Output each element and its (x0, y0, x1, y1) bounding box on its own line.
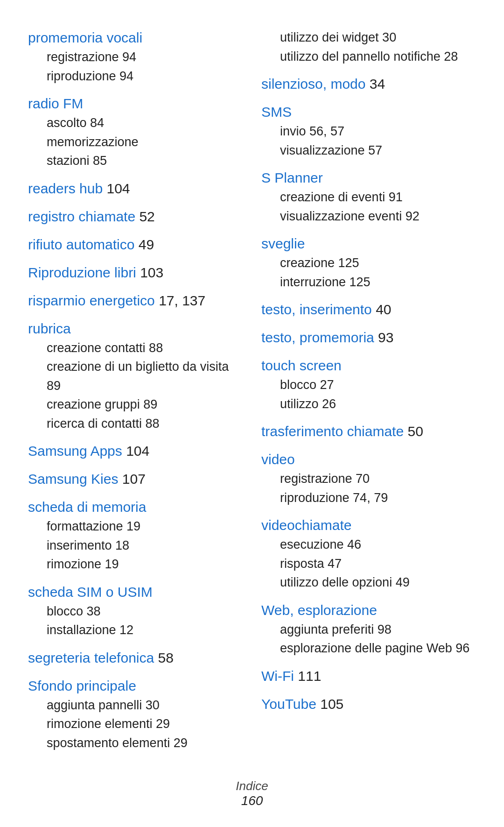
index-heading-page: 50 (407, 424, 423, 439)
index-sub-item: visualizzazione eventi 92 (261, 207, 476, 226)
index-sub-item: utilizzo del pannello notifiche 28 (261, 47, 476, 66)
index-entry: radio FMascolto 84memorizzazionestazioni… (28, 94, 243, 170)
index-sub-item: creazione contatti 88 (28, 339, 243, 358)
index-entry: SMSinvio 56, 57visualizzazione 57 (261, 102, 476, 160)
index-entry: svegliecreazione 125interruzione 125 (261, 234, 476, 291)
index-sub-item: blocco 38 (28, 602, 243, 621)
index-sub-item: riproduzione 74, 79 (261, 488, 476, 508)
index-heading: touch screen (261, 356, 476, 375)
index-heading-text: testo, inserimento (261, 302, 376, 317)
index-heading-with-num: testo, promemoria 93 (261, 328, 476, 347)
index-heading-with-num: segreteria telefonica 58 (28, 648, 243, 668)
index-heading-text: YouTube (261, 696, 320, 712)
index-heading-page: 40 (376, 302, 391, 317)
index-heading-page: 58 (158, 650, 174, 665)
index-sub-item: esplorazione delle pagine Web 96 (261, 639, 476, 658)
index-entry: trasferimento chiamate 50 (261, 422, 476, 441)
index-heading-text: risparmio energetico (28, 293, 159, 308)
index-heading-page: 49 (139, 237, 154, 252)
page-content: promemoria vocaliregistrazione 94riprodu… (0, 0, 504, 807)
index-heading-with-num: Samsung Kies 107 (28, 469, 243, 489)
index-heading-page: 34 (370, 76, 385, 92)
index-heading: radio FM (28, 94, 243, 113)
index-entry: scheda di memoriaformattazione 19inserim… (28, 497, 243, 574)
index-heading: Web, esplorazione (261, 601, 476, 620)
index-entry: scheda SIM o USIMblocco 38installazione … (28, 582, 243, 640)
index-entry: testo, promemoria 93 (261, 328, 476, 347)
index-heading: videochiamate (261, 516, 476, 535)
index-sub-item: rimozione elementi 29 (28, 714, 243, 734)
footer-page: 160 (241, 793, 263, 808)
index-heading: scheda di memoria (28, 497, 243, 517)
index-heading-text: Samsung Apps (28, 443, 126, 459)
index-sub-item: registrazione 94 (28, 48, 243, 67)
index-entry: Wi-Fi 111 (261, 666, 476, 686)
index-sub-item: creazione 125 (261, 254, 476, 273)
index-heading-text: rifiuto automatico (28, 237, 139, 252)
index-entry: S Plannercreazione di eventi 91visualizz… (261, 168, 476, 226)
index-sub-item: risposta 47 (261, 554, 476, 573)
index-sub-item: memorizzazione (28, 133, 243, 152)
index-sub-item: ascolto 84 (28, 113, 243, 133)
index-sub-item: ricerca di contatti 88 (28, 414, 243, 433)
index-entry: Riproduzione libri 103 (28, 263, 243, 283)
index-entry: testo, inserimento 40 (261, 300, 476, 319)
index-sub-item: installazione 12 (28, 621, 243, 640)
index-heading: sveglie (261, 234, 476, 254)
index-heading-with-num: readers hub 104 (28, 179, 243, 198)
index-heading-with-num: risparmio energetico 17, 137 (28, 291, 243, 311)
page-footer: Indice 160 (0, 779, 504, 808)
index-heading-text: registro chiamate (28, 209, 139, 224)
index-sub-item: utilizzo dei widget 30 (261, 28, 476, 47)
index-sub-item: formattazione 19 (28, 517, 243, 536)
index-sub-item: interruzione 125 (261, 273, 476, 292)
index-heading-text: Riproduzione libri (28, 265, 140, 280)
index-heading-page: 93 (378, 330, 393, 345)
index-heading-page: 104 (106, 181, 130, 196)
index-heading: video (261, 450, 476, 469)
index-entry: YouTube 105 (261, 694, 476, 714)
index-entry: videochiamateesecuzione 46risposta 47uti… (261, 516, 476, 592)
index-entry: utilizzo dei widget 30utilizzo del panne… (261, 28, 476, 66)
index-sub-item: esecuzione 46 (261, 535, 476, 554)
index-entry: promemoria vocaliregistrazione 94riprodu… (28, 28, 243, 85)
index-entry: registro chiamate 52 (28, 207, 243, 226)
index-entry: rubricacreazione contatti 88creazione di… (28, 319, 243, 433)
index-heading-with-num: rifiuto automatico 49 (28, 235, 243, 254)
index-heading: rubrica (28, 319, 243, 339)
index-entry: Sfondo principaleaggiunta pannelli 30rim… (28, 676, 243, 753)
index-heading-text: segreteria telefonica (28, 650, 158, 665)
index-sub-item: aggiunta preferiti 98 (261, 620, 476, 639)
index-heading-page: 105 (320, 696, 343, 712)
index-sub-item: registrazione 70 (261, 469, 476, 488)
index-heading-with-num: trasferimento chiamate 50 (261, 422, 476, 441)
index-heading-page: 52 (139, 209, 154, 224)
index-heading: SMS (261, 102, 476, 122)
index-entry: Samsung Apps 104 (28, 441, 243, 461)
index-heading-page: 107 (122, 471, 146, 487)
index-heading-page: 104 (126, 443, 149, 459)
index-entry: readers hub 104 (28, 179, 243, 198)
index-sub-item: creazione gruppi 89 (28, 395, 243, 414)
footer-label: Indice (0, 779, 504, 793)
index-heading-with-num: testo, inserimento 40 (261, 300, 476, 319)
right-column: utilizzo dei widget 30utilizzo del panne… (261, 28, 476, 761)
index-entry: Samsung Kies 107 (28, 469, 243, 489)
index-sub-item: aggiunta pannelli 30 (28, 696, 243, 715)
index-sub-item: creazione di un biglietto da visita 89 (28, 357, 243, 395)
index-heading: promemoria vocali (28, 28, 243, 48)
index-heading-with-num: YouTube 105 (261, 694, 476, 714)
index-sub-item: inserimento 18 (28, 536, 243, 555)
index-heading-page: 103 (140, 265, 163, 280)
index-sub-item: spostamento elementi 29 (28, 734, 243, 753)
index-heading-with-num: Riproduzione libri 103 (28, 263, 243, 283)
index-entry: risparmio energetico 17, 137 (28, 291, 243, 311)
index-entry: Web, esplorazioneaggiunta preferiti 98es… (261, 601, 476, 658)
index-heading-page: 17, 137 (159, 293, 205, 308)
index-sub-item: riproduzione 94 (28, 67, 243, 86)
index-entry: rifiuto automatico 49 (28, 235, 243, 254)
index-sub-item: utilizzo delle opzioni 49 (261, 573, 476, 592)
index-heading: Sfondo principale (28, 676, 243, 696)
index-heading-with-num: silenzioso, modo 34 (261, 74, 476, 94)
index-sub-item: utilizzo 26 (261, 395, 476, 414)
